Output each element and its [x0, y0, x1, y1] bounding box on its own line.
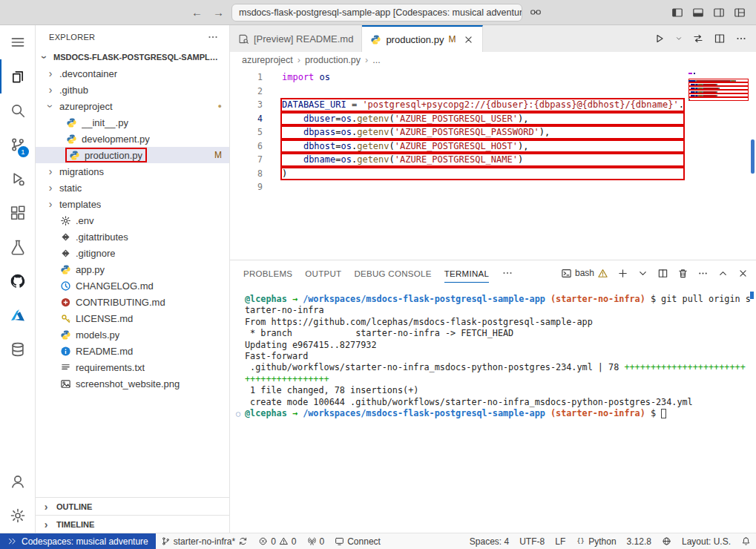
tree-item-models-py[interactable]: models.py [36, 326, 229, 343]
code-token: 'postgresql+psycopg2://{dbuser}:{dbpass}… [362, 99, 678, 110]
encoding-status[interactable]: UTF-8 [514, 533, 550, 549]
run-python-file[interactable] [654, 33, 665, 45]
connect-status[interactable]: Connect [329, 533, 386, 549]
activity-settings[interactable] [0, 499, 36, 533]
open-changes[interactable] [692, 33, 704, 45]
scrollbar-decoration[interactable] [751, 139, 755, 174]
customize-layout[interactable] [734, 7, 746, 19]
toggle-primary-sidebar[interactable] [671, 7, 683, 19]
new-terminal[interactable] [617, 268, 628, 279]
toggle-panel[interactable] [692, 7, 704, 19]
editor-more-actions[interactable] [735, 33, 747, 45]
tree-item-env[interactable]: .env [36, 212, 229, 229]
terminal[interactable]: @lcephas → /workspaces/msdocs-flask-post… [230, 286, 756, 533]
tree-item-development-py[interactable]: development.py [36, 131, 229, 147]
command-center-search[interactable]: msdocs-flask-postgresql-sample-app [Code… [231, 4, 522, 22]
tree-item-migrations[interactable]: ›migrations [36, 163, 229, 180]
maximize-panel[interactable] [717, 268, 729, 279]
line-content: dbuser=os.getenv('AZURE_POSTGRESQL_USER'… [280, 112, 685, 126]
activity-testing[interactable] [0, 230, 36, 264]
terminal-shell[interactable]: bash [561, 268, 608, 279]
tree-item-label: production.py [85, 150, 142, 161]
nav-forward-button[interactable]: → [213, 6, 224, 19]
chevron-right-icon: › [40, 502, 52, 512]
breadcrumb-item[interactable]: ... [372, 55, 380, 65]
panel-more-tabs[interactable] [502, 267, 513, 279]
tree-item-screenshot-website-png[interactable]: screenshot_website.png [36, 375, 229, 392]
tree-item-app-py[interactable]: app.py [36, 261, 229, 277]
problems-status[interactable]: 00 [253, 533, 301, 549]
panel-tab-debug-console[interactable]: DEBUG CONSOLE [354, 264, 431, 283]
notifications-bell[interactable] [736, 533, 756, 549]
tree-item-readme-md[interactable]: README.md [36, 343, 229, 359]
nav-back-button[interactable]: ← [191, 6, 203, 19]
tree-item-changelog-md[interactable]: CHANGELOG.md [36, 277, 229, 294]
terminal-text: /workspaces/msdocs-flask-postgresql-samp… [303, 408, 545, 419]
activity-azure[interactable] [0, 298, 36, 332]
terminal-picker[interactable] [637, 268, 648, 279]
activity-explorer[interactable] [0, 59, 36, 93]
tree-item-github[interactable]: ›.github [36, 82, 229, 98]
tree-item-license-md[interactable]: LICENSE.md [36, 310, 229, 326]
activity-menu[interactable] [0, 25, 36, 59]
tree-item-gitattributes[interactable]: .gitattributes [36, 229, 229, 245]
code-token: = [335, 114, 341, 124]
tree-item-label: __init__.py [82, 117, 128, 128]
tree-item-devcontainer[interactable]: ›.devcontainer [36, 65, 229, 82]
panel-tab-problems[interactable]: PROBLEMS [243, 264, 292, 283]
activity-accounts[interactable] [0, 464, 36, 499]
kill-terminal[interactable] [677, 268, 688, 279]
tab-preview-readme-md[interactable]: [Preview] README.md [230, 25, 362, 52]
panel-more-actions[interactable] [697, 268, 709, 279]
split-editor[interactable] [714, 33, 726, 45]
layout-status[interactable]: Layout: U.S. [677, 533, 736, 549]
minimap-line [688, 101, 749, 105]
minimap[interactable] [685, 68, 756, 260]
remote-indicator[interactable]: Codespaces: musical adventure [0, 533, 156, 549]
tree-item-gitignore[interactable]: .gitignore [36, 245, 229, 261]
indent-status[interactable]: Spaces: 4 [464, 533, 514, 549]
tree-item-requirements-txt[interactable]: requirements.txt [36, 359, 229, 375]
branch-status[interactable]: starter-no-infra* [156, 533, 253, 549]
activity-search[interactable] [0, 93, 36, 128]
panel-tab-output[interactable]: OUTPUT [305, 264, 341, 283]
breadcrumb-item[interactable]: production.py [305, 55, 361, 65]
timeline-section[interactable]: › TIMELINE [36, 515, 229, 533]
status-label: UTF-8 [519, 536, 545, 547]
python-version-status[interactable]: 3.12.8 [622, 533, 657, 549]
explorer-more-actions[interactable] [207, 31, 219, 43]
tree-item-static[interactable]: ›static [36, 180, 229, 196]
terminal-text: From https://github.com/lcephas/msdocs-f… [245, 317, 593, 328]
code-area[interactable]: 1import os23DATABASE_URI = 'postgresql+p… [230, 68, 685, 260]
tree-item-templates[interactable]: ›templates [36, 196, 229, 212]
ports-status[interactable]: 0 [302, 533, 330, 549]
language-status[interactable]: {}Python [571, 533, 621, 549]
toggle-secondary-sidebar[interactable] [713, 7, 725, 19]
tab-production-py[interactable]: production.pyM [362, 25, 483, 52]
tree-item-contributing-md[interactable]: CONTRIBUTING.md [36, 294, 229, 310]
keyboard-layout-globe[interactable] [657, 533, 677, 549]
tree-item-azureproject[interactable]: ›azureproject● [36, 98, 229, 114]
close-icon[interactable] [463, 34, 474, 45]
activity-github[interactable] [0, 264, 36, 298]
activity-run-debug[interactable] [0, 162, 36, 196]
activity-databases[interactable] [0, 332, 36, 366]
outline-section[interactable]: › OUTLINE [36, 497, 229, 515]
tree-item-msdocs-flask-postgresql-sample[interactable]: ›MSDOCS-FLASK-POSTGRESQL-SAMPLE-... [36, 49, 229, 65]
editor-group: [Preview] README.mdproduction.pyM azurep… [230, 25, 756, 533]
activity-extensions[interactable] [0, 196, 36, 230]
close-panel[interactable] [737, 268, 749, 279]
copilot-icon[interactable] [530, 7, 542, 19]
eol-status[interactable]: LF [550, 533, 571, 549]
tree-item-production-py[interactable]: production.pyM [36, 147, 229, 163]
run-dropdown[interactable] [675, 35, 683, 42]
tree-item-init-py[interactable]: __init__.py [36, 114, 229, 131]
panel-tab-terminal[interactable]: TERMINAL [444, 264, 490, 283]
split-terminal[interactable] [657, 268, 668, 279]
python-icon [68, 149, 80, 161]
code-editor[interactable]: 1import os23DATABASE_URI = 'postgresql+p… [230, 68, 756, 260]
window-title: msdocs-flask-postgresql-sample-app [Code… [239, 7, 522, 18]
activity-source-control[interactable]: 1 [0, 128, 36, 162]
line-number: 9 [230, 180, 263, 194]
breadcrumb-item[interactable]: azureproject [242, 55, 293, 65]
